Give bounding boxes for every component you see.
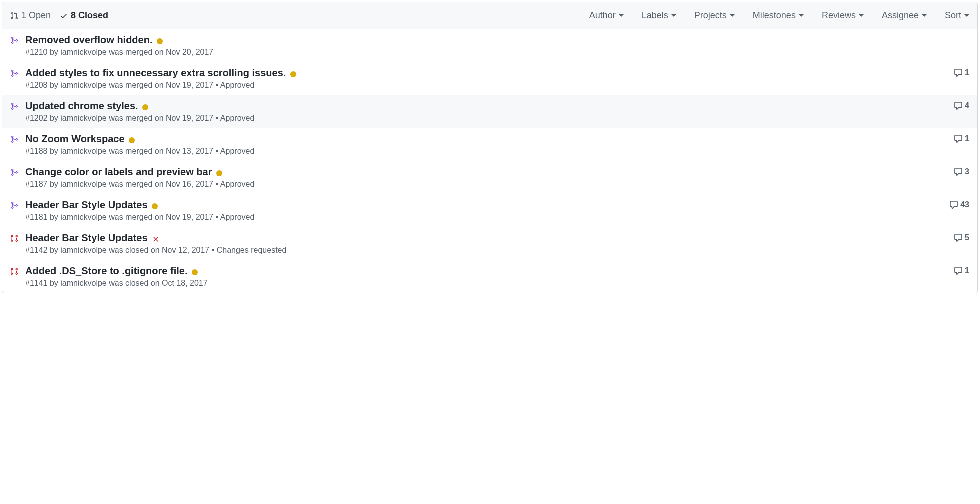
caret-down-icon [964, 14, 970, 17]
comment-count: 43 [960, 200, 970, 210]
x-icon [152, 236, 160, 244]
filter-assignee[interactable]: Assignee [882, 10, 927, 21]
pr-title-link[interactable]: No Zoom Workspace [26, 134, 125, 144]
caret-down-icon [859, 14, 864, 17]
pr-row: No Zoom Workspace #1188 by iamnickvolpe … [2, 128, 978, 161]
comments-link[interactable]: 1 [954, 68, 970, 78]
row-main: Added styles to fix unnecessary extra sc… [26, 68, 948, 90]
pr-row: Added .DS_Store to .gitignore file. #114… [2, 260, 978, 293]
row-main: Added .DS_Store to .gitignore file. #114… [26, 266, 948, 288]
pr-title-link[interactable]: Header Bar Style Updates [26, 232, 148, 244]
ci-status-pending-icon[interactable] [152, 204, 158, 210]
comment-count: 1 [965, 266, 970, 276]
filter-label: Reviews [822, 10, 856, 21]
dot-icon [192, 270, 198, 276]
ci-status-pending-icon[interactable] [290, 72, 296, 78]
pr-subtitle: #1208 by iamnickvolpe was merged on Nov … [26, 81, 948, 90]
git-pull-request-closed-icon [10, 268, 18, 276]
pr-title-link[interactable]: Added .DS_Store to .gitignore file. [26, 266, 188, 276]
caret-down-icon [799, 14, 804, 17]
row-right: 4 [948, 100, 970, 123]
filter-label: Author [590, 10, 616, 21]
filter-author[interactable]: Author [590, 10, 624, 21]
git-merge-icon [10, 70, 18, 78]
pr-subtitle: #1210 by iamnickvolpe was merged on Nov … [26, 48, 964, 57]
comments-link[interactable]: 3 [954, 168, 970, 176]
ci-status-pending-icon[interactable] [192, 270, 198, 276]
filter-label: Labels [642, 10, 668, 21]
ci-status-failed-icon[interactable] [152, 236, 160, 244]
row-right [964, 34, 970, 57]
filter-label: Sort [945, 10, 962, 21]
pr-row: Header Bar Style Updates #1142 by iamnic… [2, 227, 978, 260]
filter-labels[interactable]: Labels [642, 10, 676, 21]
pr-row: Header Bar Style Updates #1181 by iamnic… [2, 194, 978, 227]
pr-subtitle: #1181 by iamnickvolpe was merged on Nov … [26, 213, 944, 222]
git-merge-icon [10, 102, 18, 110]
comment-icon [954, 134, 963, 144]
row-main: No Zoom Workspace #1188 by iamnickvolpe … [26, 134, 948, 156]
filter-sort[interactable]: Sort [945, 10, 970, 21]
comment-count: 1 [965, 134, 970, 144]
row-status-icon [10, 166, 22, 189]
row-right: 3 [948, 166, 970, 189]
pr-subtitle: #1142 by iamnickvolpe was closed on Nov … [26, 246, 948, 255]
dot-icon [216, 170, 222, 176]
pr-title-link[interactable]: Added styles to fix unnecessary extra sc… [26, 68, 286, 78]
pr-subtitle: #1141 by iamnickvolpe was closed on Oct … [26, 279, 948, 288]
pr-rows: Removed overflow hidden. #1210 by iamnic… [2, 30, 978, 293]
comments-link[interactable]: 1 [954, 134, 970, 144]
closed-tab[interactable]: 8 Closed [60, 10, 108, 21]
comment-icon [954, 266, 963, 276]
pr-title-link[interactable]: Change color or labels and preview bar [26, 166, 212, 178]
caret-down-icon [619, 14, 624, 17]
pr-row: Removed overflow hidden. #1210 by iamnic… [2, 30, 978, 62]
git-pull-request-closed-icon [10, 234, 18, 242]
pr-title-link[interactable]: Header Bar Style Updates [26, 200, 148, 210]
comments-link[interactable]: 43 [950, 200, 970, 210]
filter-label: Assignee [882, 10, 919, 21]
comment-icon [954, 234, 963, 242]
row-status-icon [10, 34, 22, 57]
pr-subtitle: #1188 by iamnickvolpe was merged on Nov … [26, 147, 948, 156]
row-right: 1 [948, 68, 970, 90]
git-merge-icon [10, 36, 18, 44]
row-right: 43 [944, 200, 970, 222]
comment-icon [954, 168, 963, 176]
row-status-icon [10, 100, 22, 123]
pr-row: Added styles to fix unnecessary extra sc… [2, 62, 978, 95]
pr-title-link[interactable]: Removed overflow hidden. [26, 34, 152, 46]
pr-row: Updated chrome styles. #1202 by iamnickv… [2, 95, 978, 128]
dot-icon [142, 104, 148, 110]
comment-icon [954, 68, 963, 78]
dot-icon [152, 204, 158, 210]
git-pull-request-icon [10, 12, 18, 20]
pr-title-link[interactable]: Updated chrome styles. [26, 100, 138, 112]
git-merge-icon [10, 168, 18, 176]
row-status-icon [10, 266, 22, 288]
git-merge-icon [10, 202, 18, 210]
row-status-icon [10, 232, 22, 255]
ci-status-pending-icon[interactable] [142, 104, 148, 110]
comments-link[interactable]: 5 [954, 234, 970, 242]
row-status-icon [10, 200, 22, 222]
comment-count: 1 [965, 68, 970, 78]
dot-icon [290, 72, 296, 78]
comment-count: 3 [965, 168, 970, 176]
filter-milestones[interactable]: Milestones [753, 10, 804, 21]
row-status-icon [10, 134, 22, 156]
comment-count: 5 [965, 234, 970, 242]
ci-status-pending-icon[interactable] [129, 138, 135, 144]
ci-status-pending-icon[interactable] [157, 38, 163, 44]
filter-reviews[interactable]: Reviews [822, 10, 864, 21]
comments-link[interactable]: 4 [954, 102, 970, 110]
comments-link[interactable]: 1 [954, 266, 970, 276]
row-right: 1 [948, 134, 970, 156]
row-status-icon [10, 68, 22, 90]
filter-projects[interactable]: Projects [694, 10, 735, 21]
git-merge-icon [10, 136, 18, 144]
closed-count-label: 8 Closed [71, 10, 108, 21]
open-tab[interactable]: 1 Open [10, 10, 51, 21]
ci-status-pending-icon[interactable] [216, 170, 222, 176]
caret-down-icon [730, 14, 735, 17]
